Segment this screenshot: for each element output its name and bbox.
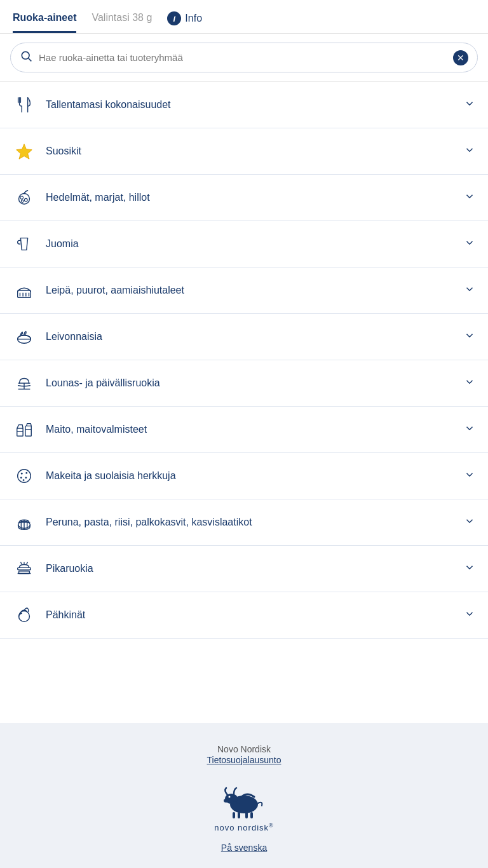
svg-point-6: [21, 200, 24, 203]
category-label-potato: Peruna, pasta, riisi, palkokasvit, kasvi…: [46, 517, 454, 528]
search-icon: [20, 50, 32, 65]
cutlery-icon: [13, 93, 36, 116]
svg-rect-41: [233, 812, 235, 818]
fruit-icon: [13, 186, 36, 209]
category-label-bread: Leipä, puurot, aamiaishiutaleet: [46, 285, 454, 296]
star-icon: [13, 140, 36, 163]
lunch-icon: [13, 372, 36, 395]
category-label-lunch: Lounas- ja päivällisruokia: [46, 377, 454, 389]
svg-point-0: [22, 51, 29, 59]
svg-line-37: [27, 562, 28, 564]
search-input[interactable]: [39, 52, 447, 63]
svg-marker-2: [17, 144, 32, 159]
pastry-icon: [13, 325, 36, 348]
chevron-icon-drinks: [464, 237, 475, 252]
svg-line-1: [29, 58, 32, 62]
chevron-icon-sweets: [464, 469, 475, 484]
svg-point-24: [20, 477, 22, 478]
cookie-icon: [13, 465, 36, 487]
footer-language-link[interactable]: På svenska: [13, 843, 475, 853]
chevron-icon-nuts: [464, 608, 475, 623]
category-item-sweets[interactable]: Makeita ja suolaisia herkkuja: [0, 453, 488, 499]
svg-point-4: [20, 196, 24, 200]
category-item-lunch[interactable]: Lounas- ja päivällisruokia: [0, 360, 488, 407]
footer-company: Novo Nordisk: [217, 744, 271, 754]
svg-point-46: [229, 796, 231, 797]
category-item-favorites[interactable]: Suosikit: [0, 128, 488, 175]
category-label-dairy: Maito, maitovalmisteet: [46, 424, 454, 435]
svg-rect-17: [17, 428, 23, 436]
info-icon: i: [167, 11, 181, 25]
category-label-saved: Tallentamasi kokonaisuudet: [46, 99, 454, 111]
category-item-potato[interactable]: Peruna, pasta, riisi, palkokasvit, kasvi…: [0, 499, 488, 546]
novo-nordisk-logo: novo nordisk®: [13, 778, 475, 832]
tab-bar: Ruoka-aineet Valintasi 38 g i Info: [0, 0, 488, 34]
dairy-icon: [13, 418, 36, 441]
svg-point-26: [23, 479, 25, 481]
svg-point-5: [24, 198, 27, 201]
tab-info[interactable]: i Info: [167, 0, 202, 33]
category-label-fastfood: Pikaruokia: [46, 563, 454, 574]
svg-rect-44: [250, 812, 253, 818]
chevron-icon-saved: [464, 98, 475, 112]
chevron-icon-lunch: [464, 376, 475, 391]
svg-point-22: [21, 473, 23, 475]
svg-point-23: [25, 472, 27, 474]
fastfood-icon: [13, 557, 36, 580]
category-label-drinks: Juomia: [46, 238, 454, 250]
category-label-sweets: Makeita ja suolaisia herkkuja: [46, 470, 454, 482]
tab-valintasi[interactable]: Valintasi 38 g: [92, 1, 152, 33]
chevron-icon-pastries: [464, 330, 475, 344]
category-item-nuts[interactable]: Pähkinät: [0, 592, 488, 639]
category-item-drinks[interactable]: Juomia: [0, 221, 488, 268]
chevron-icon-bread: [464, 283, 475, 298]
potato-icon: [13, 511, 36, 534]
tab-ruoka-aineet[interactable]: Ruoka-aineet: [13, 1, 76, 33]
category-label-fruits: Hedelmät, marjat, hillot: [46, 192, 454, 203]
category-label-favorites: Suosikit: [46, 146, 454, 157]
chevron-icon-fastfood: [464, 562, 475, 576]
svg-point-25: [25, 477, 27, 478]
footer-privacy-link[interactable]: Tietosuojalausunto: [13, 755, 475, 765]
bread-icon: [13, 279, 36, 302]
category-list: Tallentamasi kokonaisuudet Suosikit: [0, 82, 488, 681]
footer: Novo Nordisk Tietosuojalausunto: [0, 723, 488, 868]
category-label-pastries: Leivonnaisia: [46, 331, 454, 342]
nuts-icon: [13, 604, 36, 627]
svg-rect-43: [245, 812, 248, 818]
chevron-icon-potato: [464, 515, 475, 530]
search-box: ✕: [10, 43, 478, 72]
category-item-fastfood[interactable]: Pikaruokia: [0, 546, 488, 592]
search-container: ✕: [0, 34, 488, 82]
category-item-saved[interactable]: Tallentamasi kokonaisuudet: [0, 82, 488, 128]
chevron-icon-fruits: [464, 191, 475, 205]
svg-rect-18: [25, 426, 31, 436]
svg-rect-42: [238, 812, 240, 818]
clear-search-button[interactable]: ✕: [453, 50, 468, 65]
category-item-pastries[interactable]: Leivonnaisia: [0, 314, 488, 360]
chevron-icon-dairy: [464, 423, 475, 437]
svg-point-45: [224, 799, 229, 803]
category-label-nuts: Pähkinät: [46, 609, 454, 621]
drinks-icon: [13, 233, 36, 255]
svg-line-35: [20, 562, 22, 564]
category-item-fruits[interactable]: Hedelmät, marjat, hillot: [0, 175, 488, 221]
chevron-icon-favorites: [464, 144, 475, 159]
category-item-dairy[interactable]: Maito, maitovalmisteet: [0, 407, 488, 453]
category-item-bread[interactable]: Leipä, puurot, aamiaishiutaleet: [0, 268, 488, 314]
